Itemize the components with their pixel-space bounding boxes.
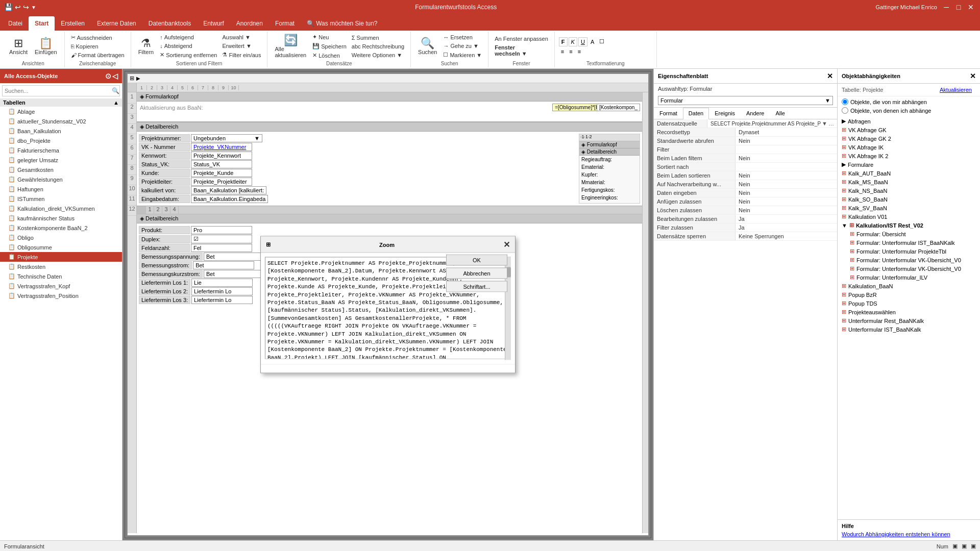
btn-absteigend[interactable]: ↓ Absteigend: [158, 42, 219, 50]
tab-datenbanktools[interactable]: Datenbanktools: [142, 16, 197, 31]
item-restkosten[interactable]: 📋 Restkosten: [0, 262, 122, 271]
item-vk-abfrage-gk[interactable]: ⊞ VK Abfrage GK: [838, 126, 980, 134]
ctrl-status-vk[interactable]: Status_VK: [191, 160, 252, 168]
btn-summen[interactable]: Σ Summen: [350, 34, 406, 42]
ctrl-vk-nummer[interactable]: Projekte_VKNummer: [191, 143, 252, 151]
ctrl-projektnummer[interactable]: Ungebunden ▼: [191, 134, 262, 142]
item-kalk-ms-baan[interactable]: ⊞ Kalk_MS_BaaN: [838, 178, 980, 186]
tab-anordnen[interactable]: Anordnen: [230, 16, 269, 31]
props-tab-andere[interactable]: Andere: [741, 108, 770, 119]
item-formular-vk-ubersicht1[interactable]: ⊞ Formular: Unterformular VK-Übersicht_V…: [838, 256, 980, 264]
item-kalk-so-baan[interactable]: ⊞ Kalk_SO_BaaN: [838, 195, 980, 204]
item-obligo[interactable]: 📋 Obligo: [0, 233, 122, 242]
btn-speichern[interactable]: 💾 Speichern: [310, 42, 349, 51]
ok-btn[interactable]: OK: [446, 255, 507, 266]
prop-val[interactable]: SELECT Projekte.Projektnummer AS Projekt…: [707, 119, 837, 128]
prop-val[interactable]: Ja: [736, 223, 837, 232]
close-btn[interactable]: ✕: [966, 2, 976, 12]
item-vertragsstrafen-position[interactable]: 📋 Vertragsstrafen_Position: [0, 291, 122, 300]
item-kalkulation-baan[interactable]: ⊞ Kalkulation_BaaN: [838, 282, 980, 290]
ctrl-produkt[interactable]: Pro: [191, 226, 252, 234]
item-unterformular-ist[interactable]: ⊞ Unterformular IST_BaaNKalk: [838, 325, 980, 334]
btn-filtern[interactable]: ⚗ Filtern: [135, 37, 157, 56]
item-kalk-ns-baan[interactable]: ⊞ Kalk_NS_BaaN: [838, 186, 980, 195]
ctrl-projektleiter[interactable]: Projekte_Projektleiter: [191, 178, 252, 186]
prop-val[interactable]: Nein: [736, 137, 837, 145]
section-tabellen[interactable]: Tabellen ▲: [0, 98, 122, 107]
minimize-btn[interactable]: ─: [941, 2, 951, 12]
btn-sortierung-entfernen[interactable]: ✕ Sortierung entfernen: [158, 51, 219, 59]
ctrl-bemessung-strom[interactable]: Bet: [193, 261, 254, 269]
highlight-icon[interactable]: ☐: [597, 37, 606, 46]
btn-gehe-zu[interactable]: → Gehe zu ▼: [441, 42, 484, 50]
item-kalkulation-v01[interactable]: ⊞ Kalkulation V01: [838, 212, 980, 221]
item-gelegter-umsatz[interactable]: 📋 gelegter Umsatz: [0, 155, 122, 165]
btn-aufsteigend[interactable]: ↑ Aufsteigend: [158, 33, 219, 41]
prop-val[interactable]: [736, 145, 837, 154]
left-panel-menu-icon[interactable]: ⊙: [105, 72, 111, 80]
align-icon[interactable]: ≡: [559, 47, 566, 56]
obj-update-link[interactable]: Aktualisieren: [936, 86, 976, 94]
save-icon[interactable]: 💾: [4, 3, 13, 11]
item-vk-abfrage-gk2[interactable]: ⊞ VK Abfrage GK 2: [838, 134, 980, 143]
tab-externe-daten[interactable]: Externe Daten: [91, 16, 142, 31]
item-ablage[interactable]: 📋 Ablage: [0, 107, 122, 116]
radio-abhaengig-von[interactable]: Objekte, von denen ich abhänge: [842, 107, 976, 114]
obj-close-icon[interactable]: ✕: [970, 72, 976, 80]
props-tab-daten[interactable]: Daten: [683, 108, 709, 119]
tab-datei[interactable]: Datei: [2, 16, 29, 31]
item-popup-bzr[interactable]: ⊞ Popup BzR: [838, 290, 980, 299]
item-obligosumme[interactable]: 📋 Obligosumme: [0, 242, 122, 252]
btn-rechtschreibung[interactable]: abc Rechtschreibung: [350, 42, 406, 51]
prop-val[interactable]: Nein: [736, 171, 837, 180]
search-icon[interactable]: 🔍: [112, 87, 119, 94]
tab-entwurf[interactable]: Entwurf: [197, 16, 230, 31]
item-unterformular-rest[interactable]: ⊞ Unterformular Rest_BaaNKalk: [838, 316, 980, 325]
kostenkompon-box[interactable]: [Kostenkompon_: [597, 104, 640, 111]
props-close-icon[interactable]: ✕: [827, 72, 833, 80]
view-icon2[interactable]: ▣: [962, 543, 967, 549]
view-icon3[interactable]: ▣: [971, 543, 976, 549]
italic-btn[interactable]: K: [569, 37, 577, 46]
help-link[interactable]: Wodurch Abhängigkeiten entstehen können: [842, 531, 976, 537]
prop-expand-btn[interactable]: ▼: [822, 120, 827, 127]
prop-val[interactable]: Nein: [736, 197, 837, 206]
section-abfragen[interactable]: ▶ Abfragen: [838, 117, 980, 126]
item-kalk-aut-baan[interactable]: ⊞ Kalk_AUT_BaaN: [838, 169, 980, 178]
item-kalkulation-direkt[interactable]: 📋 Kalkulation_direkt_VKSummen: [0, 204, 122, 213]
item-formular-projektetbl[interactable]: ⊞ Formular: Unterformular ProjekteTbl: [838, 247, 980, 256]
bold-btn[interactable]: F: [559, 37, 568, 46]
ctrl-kennwort[interactable]: Projekte_Kennwort: [191, 152, 252, 160]
btn-ansicht[interactable]: ⊞ Ansicht: [6, 37, 31, 56]
props-dropdown[interactable]: Formular ▼: [658, 96, 833, 105]
item-fakturierschema[interactable]: 📋 Fakturierschema: [0, 145, 122, 155]
item-kaufmaennischer-status[interactable]: 📋 kaufmännischer Status: [0, 213, 122, 223]
undo-icon[interactable]: ↩: [15, 3, 21, 11]
left-panel-collapse-icon[interactable]: ◁: [112, 72, 118, 80]
prop-val[interactable]: Nein: [736, 206, 837, 214]
item-projekte[interactable]: 📋 Projekte: [0, 252, 122, 262]
item-gesamtkosten[interactable]: 📋 Gesamtkosten: [0, 165, 122, 174]
dialog-close-btn[interactable]: ✕: [503, 240, 510, 249]
item-istsummen[interactable]: 📋 ISTummen: [0, 194, 122, 204]
search-input[interactable]: [3, 87, 112, 95]
item-kalkulation-ist-rest[interactable]: ▼ ⊞ Kalkulation/IST Rest_V02: [838, 221, 980, 230]
item-vertragsstrafen-kopf[interactable]: 📋 Vertragsstrafen_Kopf: [0, 281, 122, 291]
tab-erstellen[interactable]: Erstellen: [55, 16, 91, 31]
ctrl-bemessung-kurzstrom[interactable]: Bet: [204, 270, 265, 278]
item-haftungen[interactable]: 📋 Haftungen: [0, 184, 122, 194]
btn-weitere-optionen[interactable]: Weitere Optionen ▼: [350, 51, 406, 59]
item-formular-ubersicht[interactable]: ⊞ Formular: Übersicht: [838, 230, 980, 238]
btn-auswahl[interactable]: Auswahl ▼: [220, 33, 263, 41]
ctrl-kalkuliert-von[interactable]: Baan_Kalkulation [kalkuliert:: [191, 186, 266, 194]
btn-suchen[interactable]: 🔍 Suchen: [415, 37, 440, 56]
ctrl-liefertermin-1[interactable]: Lie: [191, 279, 253, 287]
btn-alle-aktualisieren[interactable]: 🔄 Alleaktualisieren: [272, 34, 309, 59]
vertical-scrollbar[interactable]: [642, 92, 648, 533]
prop-val[interactable]: Nein: [736, 154, 837, 162]
props-tab-alle[interactable]: Alle: [770, 108, 790, 119]
item-technische-daten[interactable]: 📋 Technische Daten: [0, 271, 122, 281]
btn-neu[interactable]: ✦ Neu: [310, 33, 349, 41]
view-icon1[interactable]: ▣: [952, 543, 958, 549]
btn-loeschen[interactable]: ✕ Löschen: [310, 51, 349, 60]
